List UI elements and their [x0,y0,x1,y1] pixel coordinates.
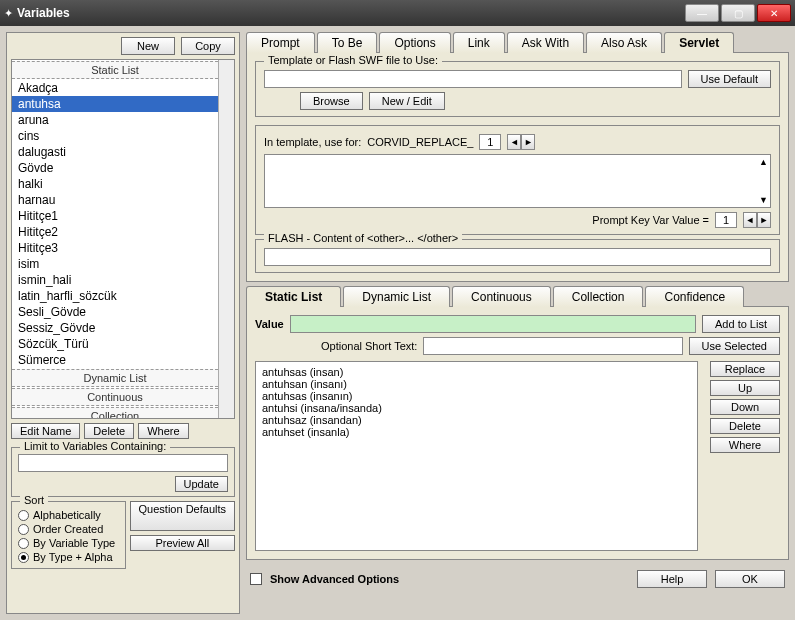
limit-input[interactable] [18,454,228,472]
help-button[interactable]: Help [637,570,707,588]
list-item[interactable]: isim [12,256,218,272]
maximize-button[interactable]: ▢ [721,4,755,22]
scrollbar[interactable] [218,60,234,418]
limit-label: Limit to Variables Containing: [20,440,170,452]
variable-listbox[interactable]: Static ListAkadçaantuhsaarunacinsdalugas… [11,59,235,419]
limit-group: Limit to Variables Containing: Update [11,447,235,497]
titlebar: ✦ Variables — ▢ ✕ [0,0,795,26]
delete-variable-button[interactable]: Delete [84,423,134,439]
list-item[interactable]: Hititçe1 [12,208,218,224]
top-tabstrip: Prompt To Be Options Link Ask With Also … [246,32,789,53]
section-dynamic-list: Dynamic List [12,369,218,387]
value-item[interactable]: antuhsas (insanın) [260,390,693,402]
tab-askwith[interactable]: Ask With [507,32,584,53]
list-item[interactable]: Sözcük_Türü [12,336,218,352]
tab-prompt[interactable]: Prompt [246,32,315,53]
list-item[interactable]: Sesli_Gövde [12,304,218,320]
edit-name-button[interactable]: Edit Name [11,423,80,439]
intemplate-label: In template, use for: [264,136,361,148]
list-item[interactable]: halki [12,176,218,192]
update-button[interactable]: Update [175,476,228,492]
tab-alsoask[interactable]: Also Ask [586,32,662,53]
sort-alpha-radio[interactable]: Alphabetically [18,508,119,522]
list-item[interactable]: Sümerce [12,352,218,368]
show-advanced-checkbox[interactable] [250,573,262,585]
section-collection: Collection [12,407,218,419]
value-listbox[interactable]: antuhsas (insan)antuhsan (insanı)antuhsa… [255,361,698,551]
template-content-textarea[interactable]: ▲▼ [264,154,771,208]
flash-content-input[interactable] [264,248,771,266]
list-item[interactable]: cins [12,128,218,144]
value-input[interactable] [290,315,696,333]
where-button[interactable]: Where [138,423,188,439]
value-item[interactable]: antuhset (insanla) [260,426,693,438]
copy-button[interactable]: Copy [181,37,235,55]
shorttext-label: Optional Short Text: [321,340,417,352]
value-item[interactable]: antuhsi (insana/insanda) [260,402,693,414]
use-selected-button[interactable]: Use Selected [689,337,780,355]
right-panel: Prompt To Be Options Link Ask With Also … [246,32,789,614]
sort-type-radio[interactable]: By Variable Type [18,536,119,550]
list-item[interactable]: antuhsa [12,96,218,112]
value-item[interactable]: antuhsan (insanı) [260,378,693,390]
template-group: Template or Flash SWF file to Use: Use D… [255,61,780,117]
template-legend: Template or Flash SWF file to Use: [264,54,442,66]
tab-confidence[interactable]: Confidence [645,286,744,307]
tab-link[interactable]: Link [453,32,505,53]
list-item[interactable]: harnau [12,192,218,208]
new-edit-button[interactable]: New / Edit [369,92,445,110]
down-button[interactable]: Down [710,399,780,415]
minimize-button[interactable]: — [685,4,719,22]
window-title: Variables [13,6,685,20]
tab-static-list[interactable]: Static List [246,286,341,307]
sort-typealpha-radio[interactable]: By Type + Alpha [18,550,119,564]
value-where-button[interactable]: Where [710,437,780,453]
spin-right-icon[interactable]: ► [521,134,535,150]
list-item[interactable]: aruna [12,112,218,128]
bottom-row: Show Advanced Options Help OK [246,564,789,588]
browse-button[interactable]: Browse [300,92,363,110]
intemplate-group: In template, use for: CORVID_REPLACE_ 1 … [255,125,780,235]
tab-dynamic-list[interactable]: Dynamic List [343,286,450,307]
value-label: Value [255,318,284,330]
tab-collection[interactable]: Collection [553,286,644,307]
promptkey-right-icon[interactable]: ► [757,212,771,228]
tab-servlet[interactable]: Servlet [664,32,734,53]
spin-left-icon[interactable]: ◄ [507,134,521,150]
value-item[interactable]: antuhsaz (insandan) [260,414,693,426]
list-item[interactable]: ismin_hali [12,272,218,288]
replace-button[interactable]: Replace [710,361,780,377]
list-item[interactable]: Gövde [12,160,218,176]
list-item[interactable]: Akadça [12,80,218,96]
add-to-list-button[interactable]: Add to List [702,315,780,333]
sort-order-radio[interactable]: Order Created [18,522,119,536]
replace-index[interactable]: 1 [479,134,501,150]
tab-options[interactable]: Options [379,32,450,53]
new-button[interactable]: New [121,37,175,55]
promptkey-left-icon[interactable]: ◄ [743,212,757,228]
value-item[interactable]: antuhsas (insan) [260,366,693,378]
value-delete-button[interactable]: Delete [710,418,780,434]
template-path-input[interactable] [264,70,682,88]
preview-all-button[interactable]: Preview All [130,535,235,551]
ok-button[interactable]: OK [715,570,785,588]
tab-continuous[interactable]: Continuous [452,286,551,307]
replace-token: CORVID_REPLACE_ [367,136,473,148]
app-icon: ✦ [4,7,13,20]
list-item[interactable]: Hititçe3 [12,240,218,256]
question-defaults-button[interactable]: Question Defaults [130,501,235,531]
list-item[interactable]: Hititçe2 [12,224,218,240]
list-item[interactable]: latin_harfli_sözcük [12,288,218,304]
section-static-list: Static List [12,61,218,79]
tab-tobe[interactable]: To Be [317,32,378,53]
list-item[interactable]: dalugasti [12,144,218,160]
mid-tabstrip: Static List Dynamic List Continuous Coll… [246,286,789,307]
use-default-button[interactable]: Use Default [688,70,771,88]
shorttext-input[interactable] [423,337,682,355]
sort-legend: Sort [20,494,48,506]
close-button[interactable]: ✕ [757,4,791,22]
staticlist-tab-body: Value Add to List Optional Short Text: U… [246,306,789,560]
up-button[interactable]: Up [710,380,780,396]
list-item[interactable]: Sessiz_Gövde [12,320,218,336]
promptkey-value[interactable]: 1 [715,212,737,228]
